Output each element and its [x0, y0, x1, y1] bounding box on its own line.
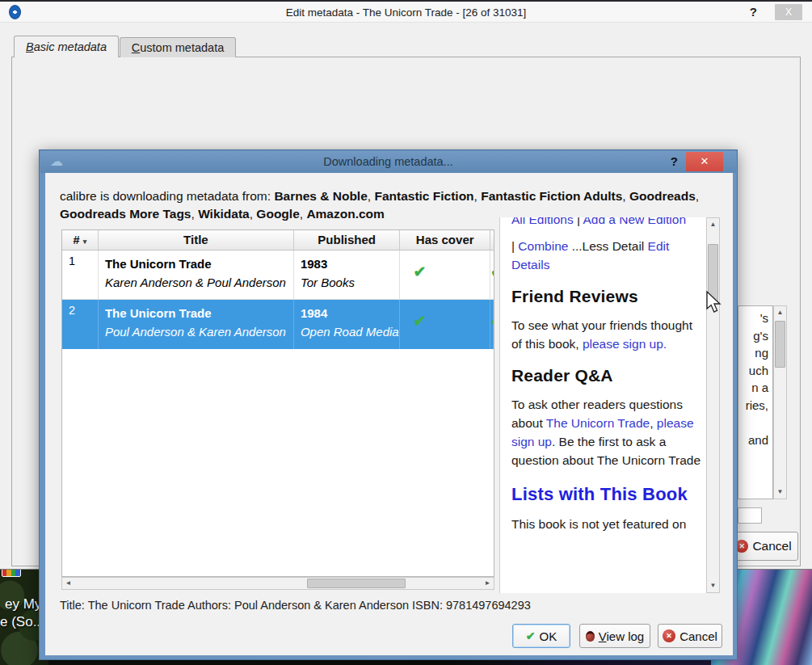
- metadata-source: Fantastic Fiction: [374, 189, 473, 203]
- results-h-scrollbar[interactable]: ◄ ►: [61, 577, 494, 590]
- result-title: The Unicorn Trade: [105, 304, 287, 322]
- preview-link[interactable]: All Editions: [511, 217, 574, 226]
- bug-icon: [586, 631, 595, 642]
- downloading-metadata-dialog: ☁ Downloading metadata... ? ✕ calibre is…: [39, 149, 738, 660]
- close-icon[interactable]: X: [775, 4, 802, 20]
- result-row-1[interactable]: 1 The Unicorn Trade Karen Anderson & Pou…: [62, 250, 494, 300]
- cancel-cross-icon: ✕: [663, 629, 675, 642]
- scrollbar-thumb[interactable]: [307, 579, 406, 588]
- sort-indicator-icon: ▾: [83, 238, 87, 246]
- result-publisher: Tor Books: [301, 273, 393, 292]
- result-has-cover-cell: ✔: [400, 250, 490, 299]
- close-icon[interactable]: ✕: [686, 152, 723, 171]
- preview-paragraph: This book is not yet featured on: [511, 515, 701, 533]
- screen: ey My e (So... Edit metadata - The Unico…: [0, 0, 812, 665]
- background-field-fragment: [738, 507, 762, 524]
- desktop-icon-label: ey My: [5, 596, 41, 612]
- result-row-2-selected[interactable]: 2 The Unicorn Trade Poul Anderson & Kare…: [62, 300, 494, 349]
- preview-paragraph: To ask other readers questions about The…: [511, 395, 701, 469]
- comments-fragment-line: and: [738, 431, 772, 449]
- dialog-titlebar: ☁ Downloading metadata... ? ✕: [40, 151, 736, 173]
- book-details-preview: All Editions | Add a New Edition| Combin…: [499, 217, 706, 593]
- help-icon[interactable]: ?: [750, 5, 757, 19]
- preview-link[interactable]: The Unicorn Trade: [546, 416, 650, 430]
- preview-link[interactable]: Lists with This Book: [511, 484, 688, 504]
- preview-heading: Reader Q&A: [511, 366, 701, 385]
- scroll-up-icon[interactable]: ▲: [707, 218, 719, 231]
- scroll-up-icon[interactable]: ▲: [774, 306, 786, 319]
- window-titlebar: Edit metadata - The Unicorn Trade - [26 …: [0, 2, 812, 23]
- check-icon: ✔: [406, 263, 426, 280]
- scroll-left-icon[interactable]: ◄: [62, 578, 74, 589]
- result-title: The Unicorn Trade: [105, 255, 287, 273]
- preview-scrollbar[interactable]: ▲ ▼: [706, 217, 720, 593]
- preview-heading: Friend Reviews: [511, 287, 701, 306]
- column-header-title[interactable]: Title: [99, 230, 294, 250]
- result-published-cell: 1984 Open Road Media: [294, 300, 401, 349]
- tab-basic-metadata[interactable]: Basic metadata: [14, 36, 119, 57]
- result-authors: Karen Anderson & Poul Anderson: [105, 273, 287, 292]
- metadata-source: Wikidata: [198, 207, 250, 221]
- metadata-source: Goodreads: [629, 189, 696, 203]
- result-title-cell: The Unicorn Trade Poul Anderson & Karen …: [99, 300, 294, 349]
- check-icon: ✔: [406, 313, 426, 330]
- column-header-has-cover[interactable]: Has cover: [400, 230, 490, 250]
- metadata-source: Google: [256, 207, 299, 221]
- comments-fragment-line: n a: [738, 379, 772, 397]
- selected-result-status: Title: The Unicorn Trade Authors: Poul A…: [60, 599, 531, 612]
- column-header-num[interactable]: # ▾: [62, 230, 99, 250]
- results-table-header: # ▾ Title Published Has cover: [62, 230, 494, 250]
- result-title-cell: The Unicorn Trade Karen Anderson & Poul …: [99, 250, 294, 299]
- scrollbar-thumb[interactable]: [775, 321, 785, 368]
- check-icon: ✔: [490, 304, 493, 339]
- comments-text-fragment: 'sg'snguchn aries,and: [738, 305, 773, 499]
- preview-link[interactable]: Add a New Edition: [583, 217, 686, 226]
- column-header-published[interactable]: Published: [294, 230, 401, 250]
- comments-fragment-line: [738, 414, 772, 431]
- metadata-source: Amazon.com: [306, 207, 384, 221]
- result-has-cover-cell: ✔: [400, 300, 490, 349]
- comments-fragment-line: ries,: [738, 397, 772, 415]
- comments-fragment-line: 's: [738, 309, 772, 327]
- cancel-button[interactable]: ✕ Cancel: [658, 624, 722, 648]
- preview-link[interactable]: please sign up.: [583, 337, 667, 351]
- comments-fragment-line: g's: [738, 327, 772, 345]
- preview-paragraph: | Combine ...Less Detail Edit Details: [511, 237, 701, 274]
- metadata-source: Goodreads More Tags: [60, 207, 191, 221]
- comments-scrollbar[interactable]: ▲ ▼: [773, 305, 787, 499]
- scroll-right-icon[interactable]: ►: [482, 578, 494, 589]
- cancel-button[interactable]: ✕ Cancel: [729, 532, 798, 561]
- tab-custom-metadata[interactable]: Custom metadata: [120, 37, 236, 57]
- preview-heading: Lists with This Book: [511, 484, 701, 505]
- scroll-down-icon[interactable]: ▼: [707, 579, 719, 592]
- dialog-content: calibre is downloading metadata from: Ba…: [45, 173, 733, 655]
- comments-fragment-line: ng: [738, 344, 772, 362]
- ok-button[interactable]: ✔ OK: [512, 624, 570, 648]
- metadata-source: Fantastic Fiction Adults: [481, 189, 622, 203]
- result-num: 2: [62, 300, 99, 349]
- metadata-source: Barnes & Noble: [274, 189, 367, 203]
- window-title: Edit metadata - The Unicorn Trade - [26 …: [0, 6, 812, 19]
- result-publisher: Open Road Media: [301, 322, 393, 341]
- preview-link[interactable]: Combine: [518, 239, 568, 253]
- check-icon: ✔: [526, 629, 536, 642]
- result-authors: Poul Anderson & Karen Anderson: [105, 322, 287, 341]
- result-year: 1984: [301, 304, 393, 322]
- result-published-cell: 1983 Tor Books: [294, 250, 401, 299]
- scroll-down-icon[interactable]: ▼: [774, 486, 786, 499]
- dialog-title: Downloading metadata...: [40, 155, 736, 168]
- preview-paragraph: All Editions | Add a New Edition: [511, 217, 701, 229]
- check-icon: ✔: [490, 255, 494, 290]
- view-log-button[interactable]: View log: [579, 624, 650, 648]
- desktop-icon-label: e (So...: [0, 614, 44, 630]
- mouse-cursor: [706, 291, 724, 315]
- preview-paragraph: To see what your friends thought of this…: [511, 316, 701, 353]
- comments-fragment-line: uch: [738, 362, 772, 380]
- results-table: # ▾ Title Published Has cover 1 The Unic…: [61, 229, 494, 577]
- result-year: 1983: [301, 255, 393, 273]
- help-icon[interactable]: ?: [671, 154, 678, 168]
- result-num: 1: [62, 250, 99, 299]
